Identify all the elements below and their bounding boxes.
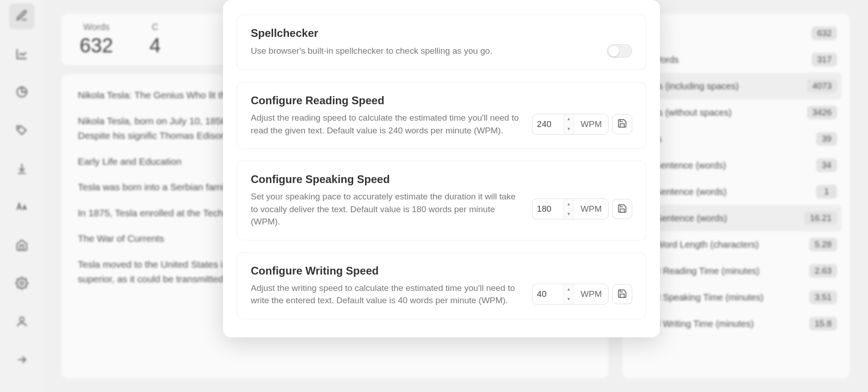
speaking-speed-save-button[interactable] [612,199,632,219]
save-icon [617,118,627,130]
spellchecker-toggle[interactable] [607,44,632,58]
speaking-speed-spinner: ▲ ▼ [563,199,574,219]
spellchecker-desc: Use browser's built-in spellchecker to c… [251,45,599,57]
speaking-speed-input[interactable] [533,204,563,214]
speaking-speed-up[interactable]: ▲ [564,199,574,209]
reading-speed-up[interactable]: ▲ [564,114,574,124]
writing-speed-input-group: ▲ ▼ WPM [532,284,632,305]
reading-speed-input-wrapper: ▲ ▼ WPM [532,114,609,135]
reading-speed-title: Configure Reading Speed [251,94,632,107]
writing-speed-unit: WPM [574,289,608,299]
writing-speed-card: Configure Writing Speed Adjust the writi… [237,252,646,319]
reading-speed-down[interactable]: ▼ [564,124,574,134]
settings-modal: Spellchecker Use browser's built-in spel… [223,0,660,337]
speaking-speed-unit: WPM [574,204,608,214]
writing-speed-spinner: ▲ ▼ [563,284,574,304]
spellchecker-card: Spellchecker Use browser's built-in spel… [237,15,646,70]
writing-speed-up[interactable]: ▲ [564,284,574,294]
speaking-speed-desc: Set your speaking pace to accurately est… [251,190,524,228]
reading-speed-spinner: ▲ ▼ [563,114,574,134]
writing-speed-title: Configure Writing Speed [251,265,632,277]
reading-speed-desc: Adjust the reading speed to calculate th… [251,112,524,137]
spellchecker-title: Spellchecker [251,27,632,40]
speaking-speed-down[interactable]: ▼ [564,209,574,219]
reading-speed-card: Configure Reading Speed Adjust the readi… [237,82,646,149]
writing-speed-input[interactable] [533,289,563,299]
speaking-speed-card: Configure Speaking Speed Set your speaki… [237,161,646,240]
reading-speed-input-group: ▲ ▼ WPM [532,114,632,135]
reading-speed-unit: WPM [574,119,608,129]
speaking-speed-title: Configure Speaking Speed [251,173,632,186]
save-icon [617,289,627,300]
speaking-speed-input-wrapper: ▲ ▼ WPM [532,199,609,219]
speaking-speed-input-group: ▲ ▼ WPM [532,199,632,219]
writing-speed-desc: Adjust the writing speed to calculate th… [251,282,524,307]
save-icon [617,204,627,215]
reading-speed-save-button[interactable] [612,114,632,134]
writing-speed-down[interactable]: ▼ [564,294,574,304]
writing-speed-input-wrapper: ▲ ▼ WPM [532,284,609,305]
writing-speed-save-button[interactable] [612,284,632,304]
reading-speed-input[interactable] [533,119,563,129]
